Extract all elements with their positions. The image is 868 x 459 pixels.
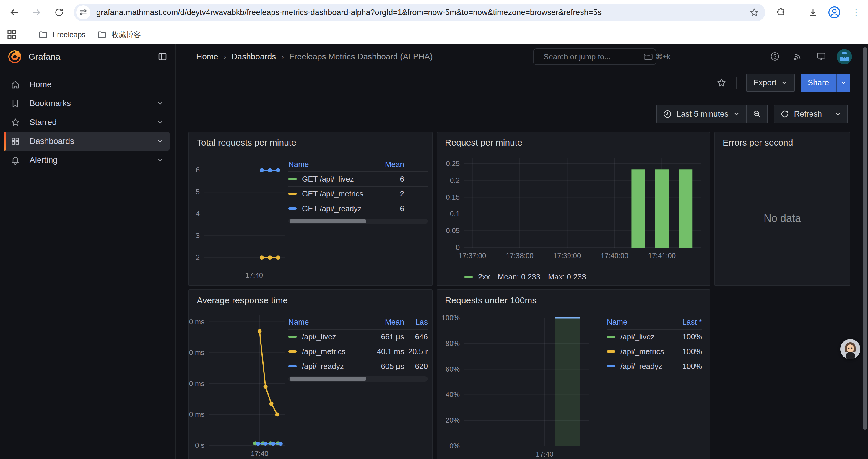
- sidebar-item-alerting[interactable]: Alerting: [4, 151, 169, 169]
- chevron-down-icon[interactable]: [157, 157, 164, 164]
- chevron-down-icon: [840, 79, 847, 86]
- bookmark-folder-label: Freeleaps: [53, 30, 85, 39]
- legend-mean: Mean: 0.233: [498, 272, 540, 282]
- sidebar-item-home[interactable]: Home: [4, 75, 169, 94]
- legend-header-name[interactable]: Name: [288, 318, 365, 327]
- under-100ms-chart[interactable]: 100%80%60%40%20%0%17:40: [437, 311, 607, 459]
- dashboard-toolbar: Export Share: [176, 69, 862, 96]
- legend-scrollbar[interactable]: [288, 219, 428, 224]
- share-dropdown-button[interactable]: [836, 73, 850, 92]
- scrollbar-thumb[interactable]: [289, 219, 366, 223]
- panel-title[interactable]: Average response time: [197, 295, 288, 305]
- url-input[interactable]: [95, 7, 746, 18]
- legend-row[interactable]: /api/_readyz 605 µs 620: [288, 359, 428, 373]
- legend-row[interactable]: GET /api/_metrics 2: [288, 186, 428, 201]
- share-button[interactable]: Share: [801, 73, 836, 92]
- export-button[interactable]: Export: [746, 73, 795, 92]
- extensions-icon[interactable]: [774, 5, 788, 20]
- legend-row[interactable]: /api/_metrics 40.1 ms 20.5 r: [288, 344, 428, 359]
- rss-icon[interactable]: [793, 52, 803, 61]
- monitor-icon[interactable]: [816, 52, 827, 61]
- chevron-down-icon[interactable]: [157, 138, 164, 145]
- series-swatch: [288, 193, 297, 195]
- page-scrollbar[interactable]: [863, 46, 867, 457]
- sidebar-item-label: Alerting: [30, 155, 58, 165]
- legend-table: Name Mean GET /api/_livez 6 GET /api/_me…: [288, 158, 428, 224]
- svg-text:40 ms: 40 ms: [189, 380, 205, 388]
- apps-grid-icon[interactable]: [7, 30, 17, 39]
- svg-text:0.1: 0.1: [450, 210, 460, 218]
- browser-menu-icon[interactable]: ⋮: [849, 5, 863, 20]
- svg-text:6: 6: [196, 166, 200, 174]
- bookmarks-bar: Freeleaps 收藏博客: [0, 25, 868, 44]
- bookmark-star-icon[interactable]: [749, 7, 759, 18]
- panel-title[interactable]: Request per minute: [445, 138, 522, 148]
- folder-icon: [97, 30, 107, 39]
- back-icon[interactable]: [7, 5, 21, 20]
- sidebar-item-label: Bookmarks: [30, 99, 71, 108]
- legend-row[interactable]: /api/_readyz 100%: [607, 359, 702, 373]
- legend-row[interactable]: GET /api/_readyz 6: [288, 201, 428, 216]
- series-swatch: [607, 335, 615, 338]
- svg-text:80 ms: 80 ms: [189, 318, 205, 326]
- series-swatch: [288, 365, 297, 367]
- zoom-out-button[interactable]: [747, 105, 767, 123]
- bookmarks-divider: [24, 30, 24, 39]
- svg-text:17:40: 17:40: [245, 271, 263, 279]
- legend-scrollbar[interactable]: [288, 376, 428, 382]
- bookmark-folder-blogs[interactable]: 收藏博客: [91, 28, 147, 42]
- scrollbar-thumb[interactable]: [863, 47, 867, 430]
- chevron-down-icon: [733, 110, 740, 118]
- legend-row[interactable]: GET /api/_livez 6: [288, 171, 428, 186]
- breadcrumb-dashboards[interactable]: Dashboards: [231, 52, 276, 61]
- legend-header-last[interactable]: Las: [404, 318, 428, 327]
- refresh-button[interactable]: Refresh: [774, 105, 828, 123]
- legend-row[interactable]: /api/_livez 661 µs 646: [288, 329, 428, 344]
- grafana-logo[interactable]: [7, 49, 23, 64]
- legend-header-last[interactable]: Last *: [671, 318, 702, 327]
- chevron-down-icon[interactable]: [157, 119, 164, 126]
- panel-avg-response: Average response time 80 ms60 ms40 ms20 …: [188, 290, 433, 459]
- chevron-down-icon[interactable]: [157, 100, 164, 107]
- sidebar-item-starred[interactable]: Starred: [4, 113, 169, 132]
- panel-request-per-minute: Request per minute 00.050.10.150.20.2517…: [437, 132, 710, 286]
- sidebar-item-bookmarks[interactable]: Bookmarks: [4, 94, 169, 113]
- legend-inline[interactable]: 2xx Mean: 0.233 Max: 0.233: [464, 272, 586, 282]
- breadcrumb-home[interactable]: Home: [196, 52, 218, 61]
- favorite-star-button[interactable]: [716, 77, 727, 88]
- panel-title[interactable]: Errors per second: [723, 138, 793, 148]
- bookmark-folder-freeleaps[interactable]: Freeleaps: [32, 28, 91, 42]
- avg-response-chart[interactable]: 80 ms60 ms40 ms20 ms0 s17:40: [189, 311, 288, 459]
- sidebar-item-dashboards[interactable]: Dashboards: [4, 132, 169, 151]
- legend-header-name[interactable]: Name: [288, 160, 373, 169]
- legend-header-name[interactable]: Name: [607, 318, 671, 327]
- svg-text:60 ms: 60 ms: [189, 349, 205, 357]
- chevron-down-icon: [780, 79, 788, 86]
- legend-header-mean[interactable]: Mean: [365, 318, 404, 327]
- total-requests-chart[interactable]: 6543217:40: [189, 154, 288, 287]
- scrollbar-thumb[interactable]: [289, 377, 366, 381]
- legend-row[interactable]: /api/_livez 100%: [607, 329, 702, 344]
- legend-row[interactable]: /api/_metrics 100%: [607, 344, 702, 359]
- url-bar[interactable]: [74, 4, 765, 21]
- panel-title[interactable]: Requests under 100ms: [445, 295, 536, 305]
- reload-icon[interactable]: [52, 5, 66, 20]
- search-input[interactable]: [542, 52, 644, 62]
- profile-avatar[interactable]: [827, 5, 841, 20]
- search-box[interactable]: ⌘+k: [533, 48, 656, 65]
- grafana-header: Grafana Home › Dashboards › Freeleaps Me…: [0, 44, 868, 69]
- refresh-interval-dropdown[interactable]: [829, 105, 847, 123]
- download-icon[interactable]: [806, 5, 820, 20]
- help-icon[interactable]: [770, 52, 780, 61]
- assistant-avatar-widget[interactable]: [840, 339, 860, 359]
- request-per-minute-chart[interactable]: 00.050.10.150.20.2517:37:0017:38:0017:39…: [437, 154, 711, 262]
- svg-text:2: 2: [196, 254, 200, 261]
- forward-icon[interactable]: [30, 5, 44, 20]
- panel-title[interactable]: Total requests per minute: [197, 138, 296, 148]
- time-range-picker[interactable]: Last 5 minutes: [657, 105, 746, 123]
- dock-menu-icon[interactable]: [157, 52, 168, 62]
- legend-header-mean[interactable]: Mean: [373, 160, 404, 169]
- user-avatar[interactable]: [837, 49, 852, 64]
- svg-text:17:41:00: 17:41:00: [648, 252, 676, 260]
- site-info-icon[interactable]: [76, 5, 90, 20]
